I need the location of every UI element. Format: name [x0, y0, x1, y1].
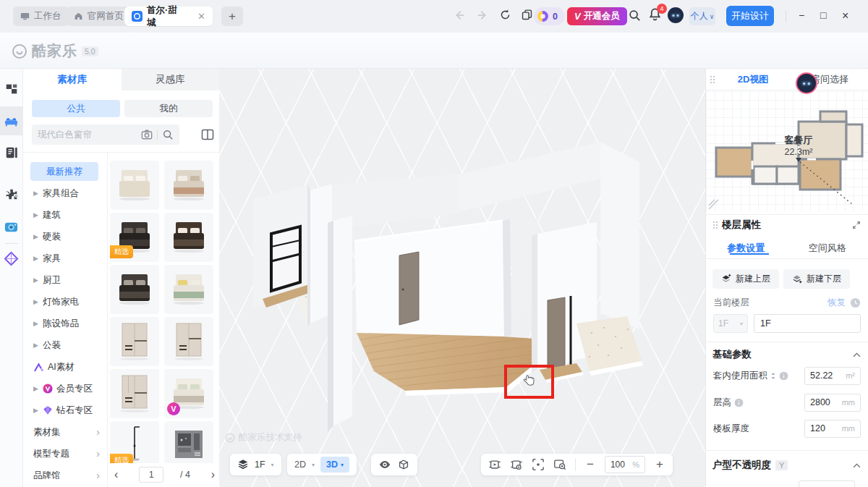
- category-item[interactable]: ▶家具: [26, 247, 106, 269]
- floor-select-dropdown[interactable]: 1F▾: [713, 314, 748, 333]
- drag-handle-icon[interactable]: [712, 221, 718, 229]
- param-input[interactable]: 120mm: [804, 420, 861, 438]
- product-thumbnail-bed[interactable]: [110, 265, 159, 314]
- vip-upgrade-button[interactable]: V 开通会员: [567, 7, 627, 25]
- product-thumbnail-wardrobe[interactable]: [164, 317, 213, 366]
- focus-center-icon[interactable]: [532, 458, 545, 471]
- view-2d-button[interactable]: 2D: [294, 460, 306, 470]
- info-icon[interactable]: [734, 398, 744, 407]
- product-thumbnail-bed[interactable]: [164, 265, 213, 314]
- rail-customize-tool[interactable]: [0, 138, 22, 167]
- nav-back-icon[interactable]: [453, 9, 466, 22]
- product-thumbnail-bed[interactable]: [110, 161, 159, 210]
- expand-icon[interactable]: [852, 221, 861, 229]
- chevron-up-icon[interactable]: [853, 352, 861, 357]
- tab-param-settings[interactable]: 参数设置: [705, 242, 787, 255]
- image-search-icon[interactable]: [141, 129, 153, 140]
- floorplan-minimap[interactable]: 客餐厅 22.3m²: [706, 91, 868, 211]
- start-design-button[interactable]: 开始设计: [726, 6, 774, 26]
- new-tab-button[interactable]: +: [221, 7, 243, 26]
- category-item[interactable]: 模型专题›: [26, 443, 106, 465]
- category-item[interactable]: ▶家具组合: [26, 182, 106, 204]
- minimize-icon[interactable]: −: [799, 9, 804, 21]
- zoom-in-icon[interactable]: +: [654, 457, 665, 472]
- opacity-input[interactable]: [799, 480, 855, 487]
- search-icon[interactable]: [162, 129, 174, 140]
- tab-material-library[interactable]: 素材库: [23, 69, 122, 90]
- maximize-icon[interactable]: □: [820, 9, 826, 21]
- zoom-level-input[interactable]: 100%: [605, 456, 645, 473]
- notifications-button[interactable]: 4: [648, 7, 662, 21]
- category-item[interactable]: ▶陈设饰品: [26, 313, 106, 334]
- chevron-up-icon[interactable]: [853, 463, 861, 468]
- history-clock-icon[interactable]: [850, 297, 861, 308]
- door[interactable]: [399, 252, 419, 325]
- drag-handle-icon[interactable]: [710, 75, 715, 83]
- category-item[interactable]: ▶灯饰家电: [26, 291, 106, 313]
- design-viewport[interactable]: 酷家乐技术支持 1F ▾ 2D ▾ 3D▾ − 100% +: [219, 69, 705, 487]
- category-item[interactable]: AI素材: [26, 356, 106, 378]
- nav-forward-icon[interactable]: [476, 9, 489, 22]
- view-3d-button[interactable]: 3D▾: [320, 457, 349, 473]
- category-item[interactable]: ▶硬装: [26, 226, 106, 247]
- scope-public[interactable]: 公共: [32, 100, 120, 117]
- rail-floorplan-tool[interactable]: [0, 75, 22, 103]
- tab-inspiration-library[interactable]: 灵感库: [122, 69, 220, 90]
- tab-project[interactable]: 首尔·甜城 ✕: [124, 7, 213, 26]
- rail-furnish-tool[interactable]: [0, 106, 22, 135]
- floor-switcher[interactable]: 1F ▾: [230, 454, 281, 475]
- tab-space-style[interactable]: 空间风格: [787, 242, 868, 255]
- product-thumbnail-cabinet[interactable]: [164, 421, 213, 463]
- camera-view-icon[interactable]: [488, 458, 501, 471]
- coin-balance[interactable]: 0: [534, 7, 565, 25]
- tab-workbench[interactable]: 工作台: [13, 7, 69, 26]
- product-thumbnail-wardrobe[interactable]: [110, 317, 159, 366]
- category-item[interactable]: ▶公装: [26, 334, 106, 356]
- floor-name-input[interactable]: 1F: [754, 314, 861, 333]
- param-input[interactable]: 2800mm: [804, 394, 861, 412]
- tab-2d-view[interactable]: 2D视图: [715, 73, 791, 86]
- restore-button[interactable]: 恢复: [827, 297, 846, 309]
- close-window-icon[interactable]: ×: [842, 9, 848, 22]
- zoom-out-icon[interactable]: −: [584, 457, 596, 472]
- profile-dropdown[interactable]: 个人∨: [689, 7, 715, 25]
- param-input[interactable]: 52.22m²: [804, 367, 861, 385]
- category-item[interactable]: 最新推荐: [30, 162, 98, 181]
- product-thumbnail-bed[interactable]: [164, 213, 213, 262]
- door[interactable]: [548, 297, 565, 370]
- product-thumbnail-lamp[interactable]: 精选: [110, 421, 159, 463]
- refresh-icon[interactable]: [499, 9, 511, 21]
- category-item[interactable]: ▶建筑: [26, 204, 106, 226]
- material-search-input[interactable]: 现代白色窗帘: [32, 124, 179, 145]
- close-tab-icon[interactable]: ✕: [197, 11, 205, 22]
- product-thumbnail-bed[interactable]: V: [164, 369, 213, 418]
- product-thumbnail-wardrobe[interactable]: [110, 369, 159, 418]
- info-icon[interactable]: [779, 371, 788, 381]
- category-item[interactable]: ▶钻石专区: [26, 399, 106, 421]
- zoom-area-icon[interactable]: [553, 458, 566, 471]
- next-page-icon[interactable]: ›: [207, 468, 219, 481]
- camera-settings-icon[interactable]: [510, 458, 523, 471]
- page-input[interactable]: 1: [139, 467, 163, 483]
- rail-plugins-tool[interactable]: [0, 180, 22, 209]
- panel-layout-icon[interactable]: [201, 128, 214, 141]
- new-upper-floor-button[interactable]: 新建上层: [712, 269, 779, 289]
- sort-icon[interactable]: [770, 372, 776, 380]
- category-item[interactable]: ▶会员专区: [26, 378, 106, 399]
- category-item[interactable]: 品牌馆›: [26, 465, 106, 486]
- cube-icon[interactable]: [397, 458, 410, 471]
- rail-ai-lab-tool[interactable]: [0, 244, 22, 273]
- duplicate-icon[interactable]: [521, 9, 533, 21]
- assistant-avatar[interactable]: [667, 7, 684, 24]
- search-icon[interactable]: [628, 9, 641, 22]
- category-item[interactable]: ▶厨卫: [26, 269, 106, 291]
- rail-render-tool[interactable]: [0, 212, 22, 241]
- new-lower-floor-button[interactable]: 新建下层: [783, 269, 850, 289]
- eye-icon[interactable]: [378, 458, 391, 471]
- product-thumbnail-bed[interactable]: [164, 161, 213, 210]
- tab-official-home[interactable]: 官网首页: [67, 7, 131, 26]
- product-thumbnail-bed[interactable]: 精选: [110, 213, 159, 262]
- category-item[interactable]: 素材集›: [26, 421, 106, 443]
- prev-page-icon[interactable]: ‹: [110, 468, 122, 481]
- scope-mine[interactable]: 我的: [124, 100, 213, 117]
